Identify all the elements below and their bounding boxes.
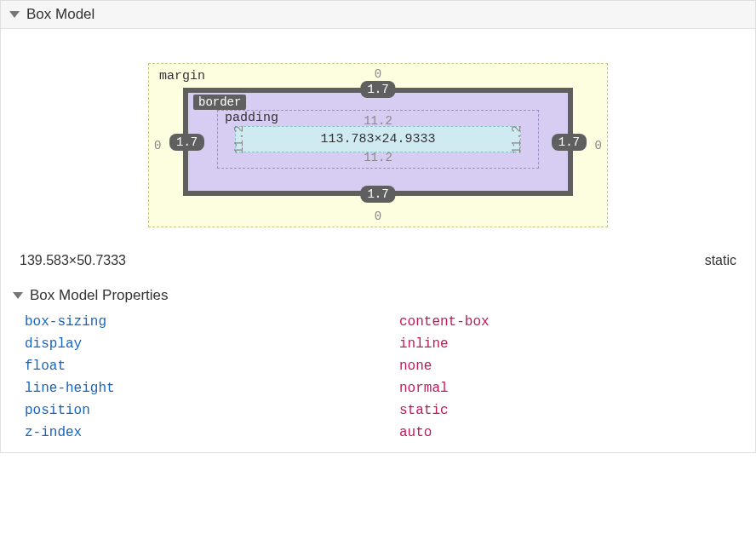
property-row: box-sizing content-box [25,311,745,333]
property-value[interactable]: static [399,403,449,418]
margin-top-value[interactable]: 0 [375,67,381,81]
box-model-properties-header[interactable]: Box Model Properties [1,284,755,307]
padding-label: padding [225,111,278,125]
element-summary: 139.583×50.7333 static [1,244,755,284]
property-value[interactable]: content-box [399,314,490,330]
content-dimensions: 113.783×24.9333 [320,132,435,146]
padding-top-value[interactable]: 11.2 [364,114,392,128]
box-model-title: Box Model [26,6,94,23]
property-row: line-height normal [25,377,745,399]
element-position-mode: static [705,253,736,268]
property-value[interactable]: none [399,359,432,374]
border-bottom-value[interactable]: 1.7 [360,186,395,203]
property-value[interactable]: normal [399,381,449,396]
property-name[interactable]: line-height [25,381,399,396]
padding-bottom-value[interactable]: 11.2 [364,151,392,164]
border-right-value[interactable]: 1.7 [552,134,587,151]
border-left-value[interactable]: 1.7 [169,134,204,151]
border-region[interactable]: border 1.7 1.7 1.7 1.7 padding 11.2 11.2… [183,88,573,196]
twisty-down-icon [13,292,23,299]
box-model-panel: Box Model margin 0 0 0 0 border 1.7 1.7 … [0,0,756,453]
padding-region[interactable]: padding 11.2 11.2 11.2 11.2 113.783×24.9… [217,110,539,169]
property-name[interactable]: z-index [25,425,399,440]
border-label: border [193,95,246,110]
border-top-value[interactable]: 1.7 [360,81,395,98]
property-name[interactable]: display [25,336,399,352]
element-dimensions: 139.583×50.7333 [20,253,126,268]
property-row: position static [25,399,745,422]
property-name[interactable]: float [25,359,399,374]
margin-right-value[interactable]: 0 [595,139,602,152]
margin-bottom-value[interactable]: 0 [375,210,381,223]
content-region[interactable]: 113.783×24.9333 [235,126,521,152]
padding-right-value[interactable]: 11.2 [510,125,524,154]
property-row: z-index auto [25,422,745,444]
property-name[interactable]: position [25,403,399,418]
property-row: display inline [25,333,745,355]
box-model-properties-title: Box Model Properties [30,287,169,304]
twisty-down-icon [9,11,20,18]
margin-region[interactable]: margin 0 0 0 0 border 1.7 1.7 1.7 1.7 pa… [148,63,608,227]
property-value[interactable]: inline [399,336,449,352]
property-value[interactable]: auto [399,425,432,440]
box-model-diagram: margin 0 0 0 0 border 1.7 1.7 1.7 1.7 pa… [1,29,755,244]
margin-left-value[interactable]: 0 [154,139,161,152]
box-model-section-header[interactable]: Box Model [1,0,755,29]
margin-label: margin [159,69,205,83]
padding-left-value[interactable]: 11.2 [232,125,246,154]
property-row: float none [25,355,745,377]
property-name[interactable]: box-sizing [25,314,399,330]
box-model-properties-list: box-sizing content-box display inline fl… [1,307,755,452]
